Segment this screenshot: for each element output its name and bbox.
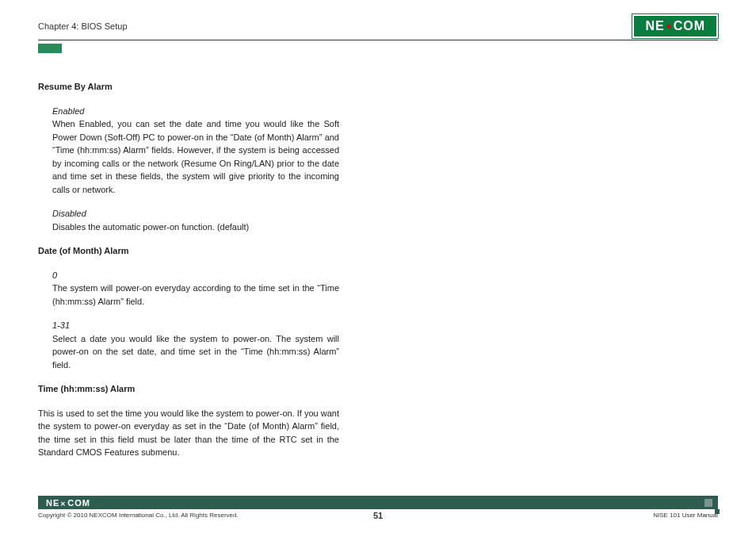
text-zero: The system will power-on everyday accord… <box>52 282 339 308</box>
main-content: Resume By Alarm Enabled When Enabled, yo… <box>38 80 339 459</box>
chapter-title: Chapter 4: BIOS Setup <box>38 21 128 31</box>
heading-time-alarm: Time (hh:mm:ss) Alarm <box>38 382 339 396</box>
label-zero: 0 <box>52 269 339 282</box>
text-disabled: Disables the automatic power-on function… <box>52 220 339 234</box>
manual-name: NISE 101 User Manual <box>653 512 718 519</box>
label-disabled: Disabled <box>52 207 339 220</box>
page-header: Chapter 4: BIOS Setup NE✕COM <box>38 14 718 40</box>
nexcom-logo-top: NE✕COM <box>632 14 718 38</box>
label-range: 1-31 <box>52 319 339 332</box>
footer-decoration <box>704 499 713 507</box>
text-time-alarm: This is used to set the time you would l… <box>38 407 339 459</box>
page-number: 51 <box>373 511 383 520</box>
nexcom-logo-footer: NE✕COM <box>46 498 90 508</box>
footer-bar: NE✕COM <box>38 496 718 509</box>
text-enabled: When Enabled, you can set the date and t… <box>52 117 339 196</box>
page-footer: NE✕COM Copyright © 2010 NEXCOM Internati… <box>38 496 718 519</box>
copyright-text: Copyright © 2010 NEXCOM International Co… <box>38 512 239 519</box>
heading-date-alarm: Date (of Month) Alarm <box>38 244 339 258</box>
text-range: Select a date you would like the system … <box>52 332 339 372</box>
footer-text-row: Copyright © 2010 NEXCOM International Co… <box>38 512 718 519</box>
green-tab-decoration <box>38 44 62 53</box>
label-enabled: Enabled <box>52 105 339 118</box>
heading-resume-by-alarm: Resume By Alarm <box>38 80 339 94</box>
